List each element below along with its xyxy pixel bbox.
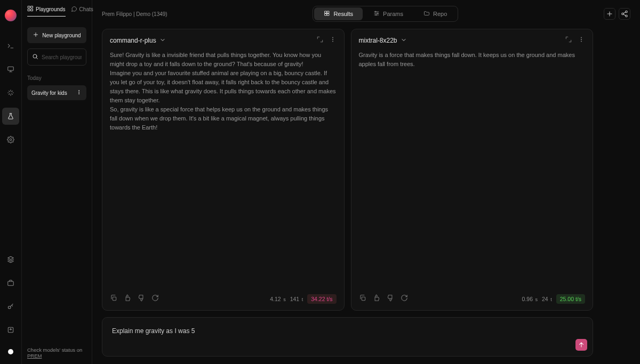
new-playground-label: New playground bbox=[42, 33, 81, 38]
app-logo[interactable] bbox=[5, 10, 17, 21]
copy-icon[interactable] bbox=[359, 294, 366, 304]
sliders-icon bbox=[373, 10, 380, 18]
folder-icon bbox=[423, 10, 430, 18]
search-icon bbox=[32, 52, 38, 62]
search-playground-input[interactable] bbox=[27, 48, 86, 66]
footer-link[interactable]: PREM bbox=[27, 353, 42, 359]
seg-params-label: Params bbox=[383, 11, 403, 17]
copy-icon[interactable] bbox=[110, 294, 117, 304]
new-playground-button[interactable]: New playground bbox=[27, 27, 86, 43]
regenerate-icon[interactable] bbox=[401, 294, 408, 304]
status-indicator bbox=[8, 349, 13, 354]
chat-icon bbox=[71, 6, 77, 13]
nav-settings-icon[interactable] bbox=[2, 131, 19, 148]
thumbs-up-icon[interactable] bbox=[124, 294, 131, 304]
tab-chats[interactable]: Chats bbox=[71, 5, 93, 17]
expand-icon[interactable] bbox=[565, 36, 572, 45]
svg-rect-2 bbox=[8, 281, 14, 286]
svg-rect-15 bbox=[325, 14, 327, 16]
grid-icon bbox=[27, 5, 34, 13]
model-selector[interactable]: command-r-plus bbox=[110, 37, 166, 45]
svg-point-12 bbox=[79, 94, 79, 94]
thumbs-down-icon[interactable] bbox=[387, 294, 394, 304]
svg-point-9 bbox=[33, 54, 37, 58]
svg-rect-6 bbox=[31, 6, 33, 9]
chevron-down-icon bbox=[159, 37, 166, 45]
svg-rect-30 bbox=[362, 297, 365, 300]
add-button[interactable] bbox=[604, 8, 615, 20]
tab-playgrounds-label: Playgrounds bbox=[36, 6, 66, 12]
tab-playgrounds[interactable]: Playgrounds bbox=[27, 5, 66, 17]
nav-briefcase-icon[interactable] bbox=[2, 274, 19, 292]
model-name: mixtral-8x22b bbox=[359, 37, 397, 44]
share-button[interactable] bbox=[619, 8, 630, 20]
rate-badge: 34.22 t/s bbox=[307, 294, 336, 304]
thumbs-up-icon[interactable] bbox=[373, 294, 380, 304]
svg-rect-14 bbox=[327, 11, 330, 13]
view-mode-segmented: Results Params Repo bbox=[313, 6, 458, 22]
results-icon bbox=[324, 10, 330, 18]
response-text: Gravity is a force that makes things fal… bbox=[351, 51, 593, 289]
nav-spark-icon[interactable] bbox=[2, 84, 19, 101]
nav-key-icon[interactable] bbox=[2, 298, 19, 315]
time-metric: 4.12 s bbox=[270, 296, 285, 302]
svg-rect-16 bbox=[327, 14, 330, 16]
prompt-input[interactable]: Explain me gravity as I was 5 bbox=[102, 317, 593, 357]
thumbs-down-icon[interactable] bbox=[138, 294, 145, 304]
rate-badge: 25.00 t/s bbox=[556, 294, 585, 304]
svg-point-29 bbox=[581, 41, 581, 42]
expand-icon[interactable] bbox=[316, 36, 324, 45]
tokens-metric: 24 t bbox=[542, 296, 552, 302]
chevron-down-icon bbox=[401, 37, 407, 45]
svg-rect-7 bbox=[28, 9, 30, 11]
model-selector[interactable]: mixtral-8x22b bbox=[359, 37, 407, 45]
svg-point-23 bbox=[332, 37, 333, 38]
svg-rect-5 bbox=[28, 6, 30, 9]
result-card: mixtral-8x22b Gravity is a force that ma… bbox=[351, 29, 594, 311]
model-name: command-r-plus bbox=[110, 37, 156, 44]
nav-layers-icon[interactable] bbox=[2, 251, 19, 268]
nav-export-icon[interactable] bbox=[2, 321, 19, 338]
plus-icon bbox=[33, 31, 39, 39]
result-card: command-r-plus Sure! Gravity is like a i… bbox=[102, 29, 345, 311]
playground-item-gravity[interactable]: Gravity for kids bbox=[27, 85, 86, 100]
section-today-label: Today bbox=[27, 75, 86, 81]
prompt-text: Explain me gravity as I was 5 bbox=[112, 327, 195, 335]
regenerate-icon[interactable] bbox=[151, 294, 159, 304]
svg-point-27 bbox=[581, 37, 581, 38]
seg-results[interactable]: Results bbox=[314, 7, 363, 20]
tab-chats-label: Chats bbox=[79, 6, 93, 12]
svg-point-1 bbox=[10, 139, 12, 141]
response-text: Sure! Gravity is like a invisible friend… bbox=[102, 51, 344, 289]
breadcrumb: Prem Filippo | Demo (1349) bbox=[102, 11, 167, 17]
send-button[interactable] bbox=[575, 339, 587, 351]
svg-point-10 bbox=[79, 91, 79, 91]
svg-rect-8 bbox=[31, 9, 33, 11]
sidebar-footer: Check models' status on PREM bbox=[27, 347, 86, 359]
more-vertical-icon[interactable] bbox=[329, 36, 337, 45]
svg-point-24 bbox=[332, 39, 333, 39]
nav-monitor-icon[interactable] bbox=[2, 61, 19, 78]
more-vertical-icon[interactable] bbox=[76, 89, 82, 96]
svg-rect-13 bbox=[325, 11, 327, 13]
playground-item-label: Gravity for kids bbox=[31, 90, 67, 96]
svg-rect-26 bbox=[113, 297, 116, 300]
svg-point-28 bbox=[581, 39, 581, 39]
svg-point-11 bbox=[79, 92, 79, 93]
svg-point-25 bbox=[332, 41, 333, 42]
nav-launch-icon[interactable] bbox=[2, 37, 19, 54]
nav-lab-icon[interactable] bbox=[2, 108, 19, 125]
more-vertical-icon[interactable] bbox=[578, 36, 585, 45]
seg-results-label: Results bbox=[333, 11, 353, 17]
seg-params[interactable]: Params bbox=[364, 7, 413, 20]
search-field[interactable] bbox=[42, 54, 82, 60]
tokens-metric: 141 t bbox=[290, 296, 303, 302]
svg-rect-0 bbox=[8, 67, 14, 70]
time-metric: 0.96 s bbox=[522, 296, 538, 302]
seg-repo-label: Repo bbox=[433, 11, 447, 17]
seg-repo[interactable]: Repo bbox=[414, 7, 457, 20]
